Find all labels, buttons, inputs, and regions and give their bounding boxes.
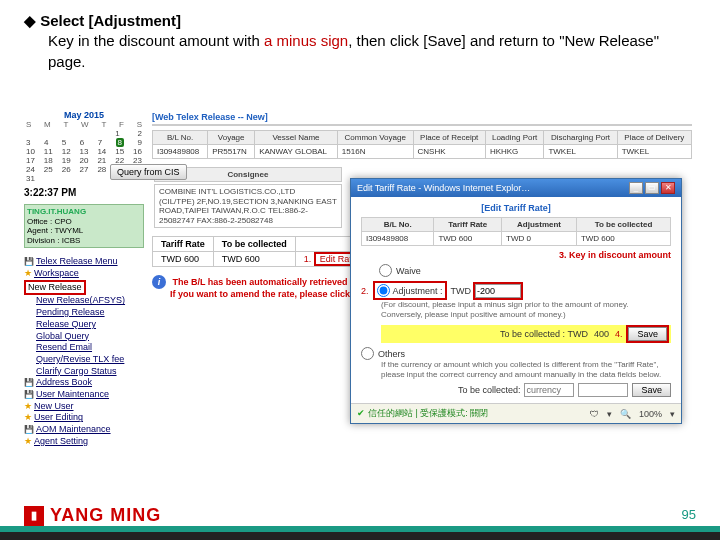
- menu-item[interactable]: Telex Release Menu: [24, 256, 144, 268]
- menu-item[interactable]: Resend Email: [36, 342, 144, 354]
- instruction-body: Key in the discount amount with a minus …: [48, 30, 696, 72]
- menu-item[interactable]: New Release(AFSYS): [36, 295, 144, 307]
- menu-item[interactable]: Clarify Cargo Status: [36, 366, 144, 378]
- save-button[interactable]: Save: [628, 327, 667, 341]
- menu-item[interactable]: Global Query: [36, 331, 144, 343]
- menu-item[interactable]: New Release: [24, 280, 144, 296]
- dialog-heading: [Edit Tariff Rate]: [361, 203, 671, 213]
- calendar-header: May 2015: [24, 110, 144, 120]
- menu-item[interactable]: Workspace: [24, 268, 144, 280]
- adjustment-input[interactable]: [475, 284, 521, 298]
- instruction-title: ◆ Select [Adjustment]: [24, 12, 696, 30]
- menu-item[interactable]: New User: [24, 401, 144, 413]
- waive-radio[interactable]: [379, 264, 392, 277]
- maximize-icon[interactable]: ▭: [645, 182, 659, 194]
- others-note: If the currency or amount which you coll…: [381, 360, 671, 379]
- adjustment-note: (For discount, please input a minus sign…: [381, 300, 671, 319]
- security-icon[interactable]: 🛡: [590, 409, 599, 419]
- calendar-day-labels: SMTWTFS: [24, 120, 144, 129]
- menu-item[interactable]: Pending Release: [36, 307, 144, 319]
- page-number: 95: [682, 507, 696, 522]
- dialog-title: Edit Tariff Rate - Windows Internet Expl…: [357, 183, 530, 193]
- waive-label: Waive: [396, 266, 421, 276]
- adjustment-radio[interactable]: [377, 284, 390, 297]
- close-icon[interactable]: ✕: [661, 182, 675, 194]
- others-radio[interactable]: [361, 347, 374, 360]
- others-save-button[interactable]: Save: [632, 383, 671, 397]
- menu-item[interactable]: AOM Maintenance: [24, 424, 144, 436]
- query-cis-button[interactable]: Query from CIS: [110, 164, 187, 180]
- dialog-rate-table: B/L No.Tariff RateAdjustmentTo be collec…: [361, 217, 671, 246]
- menu-item[interactable]: Address Book: [24, 377, 144, 389]
- menu-item[interactable]: Query/Revise TLX fee: [36, 354, 144, 366]
- brand-logo: ▮YANG MING: [24, 505, 161, 526]
- menu-item[interactable]: Release Query: [36, 319, 144, 331]
- status-trust: 信任的網站 | 受保護模式: 關閉: [357, 407, 488, 420]
- info-icon: i: [152, 275, 166, 289]
- user-box: TING.IT.HUANG Office : CPO Agent : TWYML…: [24, 204, 144, 248]
- bl-table: B/L No.VoyageVessel NameCommon VoyagePla…: [152, 130, 692, 159]
- zoom-icon[interactable]: 🔍: [620, 409, 631, 419]
- minimize-icon[interactable]: _: [629, 182, 643, 194]
- rate-table: Tariff RateTo be collected TWD 600 TWD 6…: [152, 236, 372, 267]
- others-currency-input[interactable]: [524, 383, 574, 397]
- zoom-value: 100%: [639, 409, 662, 419]
- page-header: [Web Telex Release -- New]: [152, 110, 692, 126]
- clock: 3:22:37 PM: [24, 187, 144, 198]
- adjustment-label: Adjustment :: [393, 286, 443, 296]
- menu-item[interactable]: User Editing: [24, 412, 144, 424]
- step3-note: 3. Key in discount amount: [361, 250, 671, 260]
- nav-menu: Telex Release MenuWorkspaceNew ReleaseNe…: [24, 256, 144, 447]
- collect-value: 400: [594, 329, 609, 339]
- menu-item[interactable]: Agent Setting: [24, 436, 144, 448]
- collect-label: To be collected : TWD: [500, 329, 588, 339]
- others-amount-input[interactable]: [578, 383, 628, 397]
- menu-item[interactable]: User Maintenance: [24, 389, 144, 401]
